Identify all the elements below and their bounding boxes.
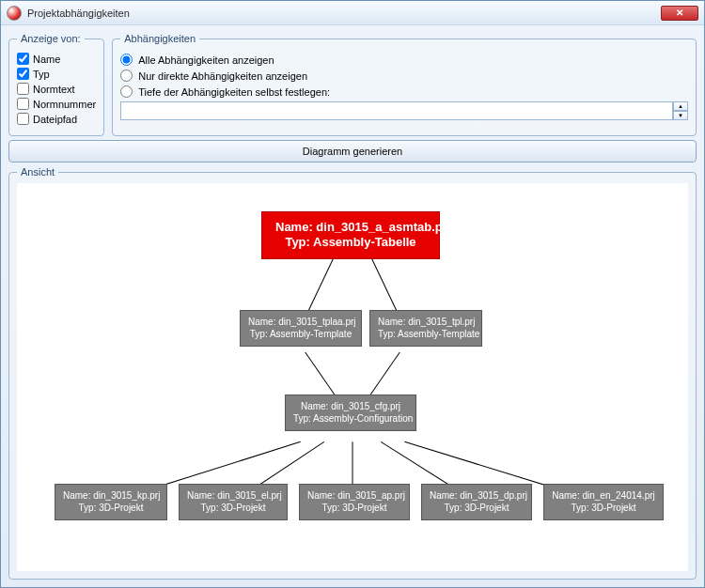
checkbox-normtext[interactable] [17, 83, 29, 95]
node-typ: Typ: 3D-Projekt [430, 503, 524, 515]
radio-depth[interactable] [120, 85, 133, 98]
checkbox-normnummer[interactable] [17, 98, 29, 110]
node-name: Name: din_3015_tplaa.prj [248, 317, 353, 329]
node-typ: Typ: Assembly-Tabelle [275, 235, 426, 250]
node-name: Name: din_3015_tpl.prj [378, 317, 474, 329]
node-typ: Typ: 3D-Projekt [187, 503, 279, 515]
node-level1-1[interactable]: Name: din_3015_tpl.prj Typ: Assembly-Tem… [369, 310, 482, 347]
node-name: Name: din_3015_dp.prj [430, 490, 524, 503]
anzeige-item-normnummer[interactable]: Normnummer [17, 98, 96, 110]
radio-direct[interactable] [120, 70, 133, 82]
depth-spinner: ▲ ▼ [673, 101, 688, 120]
node-level3-0[interactable]: Name: din_3015_kp.prj Typ: 3D-Projekt [55, 484, 167, 520]
spinner-down-button[interactable]: ▼ [673, 111, 688, 120]
spinner-up-button[interactable]: ▲ [673, 101, 688, 111]
anzeige-label: Normtext [33, 84, 75, 95]
generate-diagram-button[interactable]: Diagramm generieren [8, 140, 697, 162]
abh-option-depth[interactable]: Tiefe der Abhängigkeiten selbst festlege… [120, 85, 688, 98]
ansicht-legend: Ansicht [17, 166, 58, 178]
anzeige-label: Typ [33, 69, 50, 80]
node-name: Name: din_3015_kp.prj [63, 490, 159, 503]
generate-label: Diagramm generieren [303, 146, 402, 157]
node-typ: Typ: 3D-Projekt [63, 503, 159, 515]
anzeige-group: Anzeige von: Name Typ Normtext Normnumme… [8, 33, 104, 136]
anzeige-label: Name [33, 54, 60, 65]
anzeige-item-typ[interactable]: Typ [17, 68, 96, 80]
anzeige-item-dateipfad[interactable]: Dateipfad [17, 113, 96, 125]
node-level3-3[interactable]: Name: din_3015_dp.prj Typ: 3D-Projekt [421, 484, 532, 520]
diagram-canvas[interactable]: Name: din_3015_a_asmtab.prj Typ: Assembl… [17, 183, 688, 571]
close-icon: ✕ [676, 8, 683, 18]
close-button[interactable]: ✕ [661, 6, 698, 21]
node-level3-1[interactable]: Name: din_3015_el.prj Typ: 3D-Projekt [179, 484, 288, 520]
anzeige-item-name[interactable]: Name [17, 53, 96, 65]
node-level2-0[interactable]: Name: din_3015_cfg.prj Typ: Assembly-Con… [285, 395, 416, 431]
titlebar: Projektabhängigkeiten ✕ [1, 1, 704, 25]
checkbox-name[interactable] [17, 53, 29, 65]
node-typ: Typ: Assembly-Configuration [293, 413, 408, 426]
anzeige-item-normtext[interactable]: Normtext [17, 83, 96, 95]
abhaengigkeiten-group: Abhängigkeiten Alle Abhängigkeiten anzei… [112, 33, 697, 136]
svg-line-0 [306, 257, 334, 317]
depth-input-row: ▲ ▼ [120, 101, 688, 120]
abh-option-direct[interactable]: Nur direkte Abhängigkeiten anzeigen [120, 70, 688, 82]
checkbox-dateipfad[interactable] [17, 113, 29, 125]
radio-all[interactable] [120, 54, 133, 66]
body: Anzeige von: Name Typ Normtext Normnumme… [1, 25, 704, 587]
window: Projektabhängigkeiten ✕ Anzeige von: Nam… [0, 0, 705, 588]
top-row: Anzeige von: Name Typ Normtext Normnumme… [8, 33, 697, 136]
anzeige-legend: Anzeige von: [17, 33, 85, 44]
abh-option-label: Alle Abhängigkeiten anzeigen [138, 54, 274, 66]
abh-legend: Abhängigkeiten [120, 33, 199, 44]
node-typ: Typ: 3D-Projekt [552, 503, 655, 515]
window-title: Projektabhängigkeiten [27, 8, 661, 19]
node-typ: Typ: Assembly-Template [378, 329, 474, 341]
anzeige-label: Dateipfad [33, 114, 77, 125]
node-name: Name: din_3015_ap.prj [307, 490, 401, 503]
abh-option-label: Nur direkte Abhängigkeiten anzeigen [138, 70, 307, 82]
node-name: Name: din_3015_a_asmtab.prj [275, 220, 426, 235]
abh-option-label: Tiefe der Abhängigkeiten selbst festlege… [138, 86, 330, 98]
abh-option-all[interactable]: Alle Abhängigkeiten anzeigen [120, 54, 688, 66]
node-level3-2[interactable]: Name: din_3015_ap.prj Typ: 3D-Projekt [299, 484, 410, 520]
depth-input[interactable] [120, 101, 673, 120]
node-typ: Typ: Assembly-Template [248, 329, 353, 341]
checkbox-typ[interactable] [17, 68, 29, 80]
svg-line-1 [371, 257, 400, 317]
node-root[interactable]: Name: din_3015_a_asmtab.prj Typ: Assembl… [261, 211, 440, 259]
node-name: Name: din_3015_el.prj [187, 490, 279, 503]
node-level1-0[interactable]: Name: din_3015_tplaa.prj Typ: Assembly-T… [240, 310, 362, 347]
ansicht-group: Ansicht [8, 166, 697, 580]
anzeige-label: Normnummer [33, 99, 96, 110]
app-icon [7, 6, 22, 21]
node-level3-4[interactable]: Name: din_en_24014.prj Typ: 3D-Projekt [543, 484, 664, 520]
node-typ: Typ: 3D-Projekt [307, 503, 401, 515]
node-name: Name: din_en_24014.prj [552, 490, 655, 503]
node-name: Name: din_3015_cfg.prj [293, 401, 408, 413]
